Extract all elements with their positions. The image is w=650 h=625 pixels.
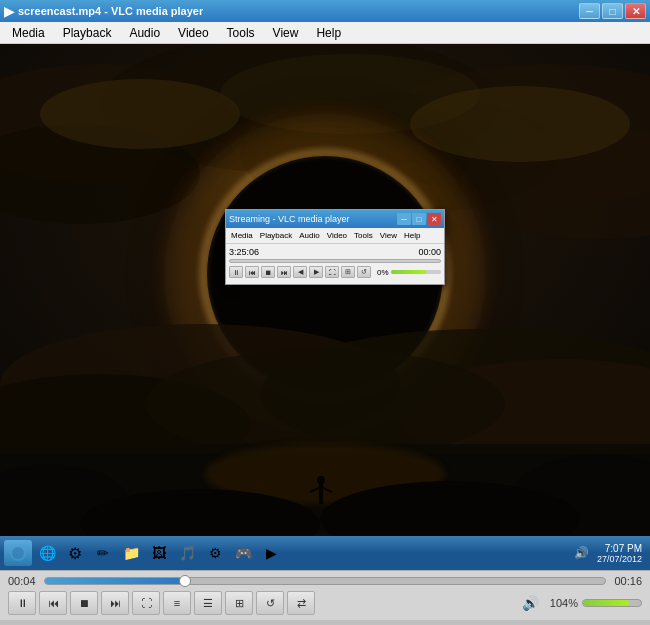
playlist-button[interactable]: ☰ [194, 591, 222, 615]
mini-minimize-button[interactable]: ─ [397, 213, 411, 225]
mini-menu-bar: Media Playback Audio Video Tools View He… [226, 228, 444, 244]
mini-prev-frame-button[interactable]: ◀ [293, 266, 307, 278]
total-time: 00:16 [612, 575, 642, 587]
taskbar-icons: 🌐 ⚙ ✏ 📁 🖼 🎵 ⚙ 🎮 ▶ [34, 540, 284, 566]
buttons-row: ⏸ ⏮ ⏹ ⏭ ⛶ ≡ ☰ ⊞ ↺ ⇄ 🔊 104% [8, 591, 642, 615]
svg-rect-27 [319, 482, 323, 504]
mini-menu-media[interactable]: Media [228, 230, 256, 241]
system-tray: 🔊 7:07 PM 27/07/2012 [574, 541, 646, 566]
stop-button[interactable]: ⏹ [70, 591, 98, 615]
taskbar: 🌐 ⚙ ✏ 📁 🖼 🎵 ⚙ 🎮 ▶ 🔊 7:07 PM 27/07/2012 [0, 536, 650, 570]
menu-help[interactable]: Help [308, 24, 349, 42]
video-frame [0, 44, 650, 536]
mini-time-row: 3:25:06 00:00 [229, 247, 441, 257]
mini-menu-video[interactable]: Video [324, 230, 350, 241]
menu-tools[interactable]: Tools [219, 24, 263, 42]
mini-window-title: Streaming - VLC media player [229, 214, 350, 224]
mini-vlc-window: Streaming - VLC media player ─ □ ✕ Media… [225, 209, 445, 285]
svg-point-28 [317, 476, 325, 484]
mini-pause-button[interactable]: ⏸ [229, 266, 243, 278]
mini-progress-bar[interactable] [229, 259, 441, 263]
mini-controls: ⏸ ⏮ ⏹ ⏭ ◀ ▶ ⛶ ⊞ ↺ 0% [229, 266, 441, 278]
taskbar-vlc-icon[interactable]: ▶ [258, 540, 284, 566]
minimize-button[interactable]: ─ [579, 3, 600, 19]
progress-bar[interactable] [44, 577, 606, 585]
mini-title-buttons: ─ □ ✕ [397, 213, 441, 225]
volume-bar[interactable] [582, 599, 642, 607]
equalizer-button[interactable]: ≡ [163, 591, 191, 615]
next-button[interactable]: ⏭ [101, 591, 129, 615]
menu-playback[interactable]: Playback [55, 24, 120, 42]
controls-bar: 00:04 00:16 ⏸ ⏮ ⏹ ⏭ ⛶ ≡ ☰ ⊞ ↺ ⇄ 🔊 104% [0, 570, 650, 620]
mini-menu-audio[interactable]: Audio [296, 230, 322, 241]
menu-audio[interactable]: Audio [121, 24, 168, 42]
volume-fill [583, 600, 629, 606]
taskbar-date-text: 27/07/2012 [597, 554, 642, 564]
mini-menu-help[interactable]: Help [401, 230, 423, 241]
loop-button[interactable]: ↺ [256, 591, 284, 615]
start-button[interactable] [4, 540, 32, 566]
mini-title-bar: Streaming - VLC media player ─ □ ✕ [226, 210, 444, 228]
title-bar: ▶ screencast.mp4 - VLC media player ─ □ … [0, 0, 650, 22]
mini-menu-playback[interactable]: Playback [257, 230, 295, 241]
mini-loop-button[interactable]: ↺ [357, 266, 371, 278]
mini-ext-button[interactable]: ⊞ [341, 266, 355, 278]
mini-maximize-button[interactable]: □ [412, 213, 426, 225]
volume-percent: 104% [543, 597, 578, 609]
mini-time-right: 00:00 [418, 247, 441, 257]
mini-prev-button[interactable]: ⏮ [245, 266, 259, 278]
menu-bar: Media Playback Audio Video Tools View He… [0, 22, 650, 44]
volume-tray-icon[interactable]: 🔊 [574, 546, 589, 560]
close-button[interactable]: ✕ [625, 3, 646, 19]
menu-view[interactable]: View [265, 24, 307, 42]
mini-content: 3:25:06 00:00 ⏸ ⏮ ⏹ ⏭ ◀ ▶ ⛶ ⊞ ↺ 0% [226, 244, 444, 284]
taskbar-browser-icon[interactable]: 🌐 [34, 540, 60, 566]
taskbar-settings-icon[interactable]: ⚙ [202, 540, 228, 566]
mini-volume-bar[interactable] [391, 270, 441, 274]
progress-row: 00:04 00:16 [8, 575, 642, 587]
taskbar-chrome-icon[interactable]: ⚙ [62, 540, 88, 566]
taskbar-clock: 7:07 PM 27/07/2012 [593, 541, 646, 566]
mini-next-frame-button[interactable]: ▶ [309, 266, 323, 278]
prev-button[interactable]: ⏮ [39, 591, 67, 615]
mini-stop-button[interactable]: ⏹ [261, 266, 275, 278]
mini-menu-view[interactable]: View [377, 230, 400, 241]
volume-section: 🔊 104% [522, 595, 642, 611]
mini-volume-fill [391, 270, 426, 274]
mini-close-button[interactable]: ✕ [427, 213, 441, 225]
taskbar-folder-icon[interactable]: 📁 [118, 540, 144, 566]
taskbar-edit-icon[interactable]: ✏ [90, 540, 116, 566]
menu-video[interactable]: Video [170, 24, 216, 42]
taskbar-time-text: 7:07 PM [597, 543, 642, 554]
title-buttons: ─ □ ✕ [579, 3, 646, 19]
extended-button[interactable]: ⊞ [225, 591, 253, 615]
window-title: screencast.mp4 - VLC media player [18, 5, 203, 17]
menu-media[interactable]: Media [4, 24, 53, 42]
volume-icon[interactable]: 🔊 [522, 595, 539, 611]
progress-fill [45, 578, 185, 584]
taskbar-steam-icon[interactable]: 🎮 [230, 540, 256, 566]
taskbar-music-icon[interactable]: 🎵 [174, 540, 200, 566]
current-time: 00:04 [8, 575, 38, 587]
svg-point-19 [145, 349, 505, 459]
app-icon: ▶ [4, 4, 14, 19]
taskbar-image-icon[interactable]: 🖼 [146, 540, 172, 566]
progress-handle[interactable] [179, 575, 191, 587]
video-area: Streaming - VLC media player ─ □ ✕ Media… [0, 44, 650, 536]
mini-volume-section: 0% [377, 268, 441, 277]
maximize-button[interactable]: □ [602, 3, 623, 19]
svg-point-32 [12, 547, 24, 559]
mini-menu-tools[interactable]: Tools [351, 230, 376, 241]
random-button[interactable]: ⇄ [287, 591, 315, 615]
mini-next-button[interactable]: ⏭ [277, 266, 291, 278]
mini-fullscreen-button[interactable]: ⛶ [325, 266, 339, 278]
mini-volume-label: 0% [377, 268, 389, 277]
mini-time-left: 3:25:06 [229, 247, 259, 257]
fullscreen-button[interactable]: ⛶ [132, 591, 160, 615]
pause-button[interactable]: ⏸ [8, 591, 36, 615]
